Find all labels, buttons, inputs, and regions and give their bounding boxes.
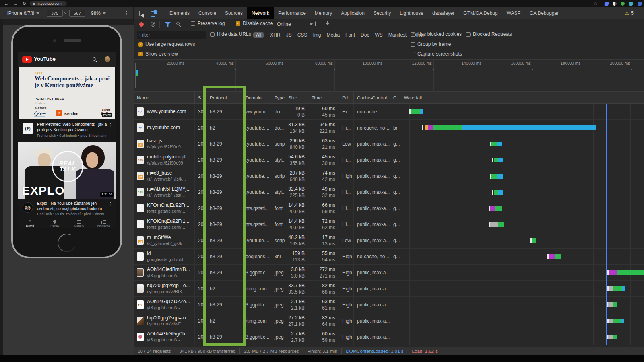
column-header-size[interactable]: Size [285, 92, 308, 103]
extension-icon[interactable] [638, 2, 642, 6]
table-row[interactable]: m=mStfWe/s/_/ytmweb/_/js/k...200h3-29.yo… [134, 232, 644, 249]
type-filter-font[interactable]: Font [345, 32, 355, 38]
tab-console[interactable]: Console [194, 7, 221, 19]
record-button[interactable] [139, 22, 144, 27]
column-header-waterfall[interactable]: Waterfall [400, 92, 644, 103]
type-filter-xhr[interactable]: XHR [270, 32, 280, 38]
video-menu-icon[interactable]: ⋮ [108, 123, 113, 128]
table-row[interactable]: KFOlCnqEu92Fr1...fonts.gstatic.com/...20… [134, 216, 644, 232]
device-select[interactable]: iPhone 6/7/8 [7, 7, 39, 19]
column-header-domain[interactable]: Domain [242, 92, 271, 103]
channel-avatar[interactable]: {F} [23, 123, 33, 134]
type-filter-img[interactable]: Img [313, 32, 321, 38]
column-header-protocol[interactable]: Protocol [206, 92, 242, 103]
tab-gtm-ga-debug[interactable]: GTM/GA Debug [459, 7, 502, 19]
column-header-time[interactable]: Time [308, 92, 339, 103]
zoom-select[interactable]: 98% [91, 7, 106, 19]
table-row[interactable]: idgoogleads.g.doubl...200h3-29oogleads..… [134, 249, 644, 265]
type-filter-ws[interactable]: WS [375, 32, 382, 38]
column-header-type[interactable]: Type [271, 92, 285, 103]
youtube-logo-icon[interactable] [22, 56, 32, 63]
table-row[interactable]: www.youtube.com302h3-29ww.youtu...do...1… [134, 104, 644, 120]
export-har-icon[interactable] [325, 21, 330, 27]
show-overview-checkbox[interactable]: Show overview [138, 51, 178, 57]
bookmark-star-icon[interactable]: ☆ [593, 1, 597, 6]
nav-item-odbry[interactable]: Odběry [67, 218, 91, 228]
clear-icon[interactable] [151, 22, 155, 27]
type-filter-manifest[interactable]: Manifest [388, 32, 407, 38]
avatar[interactable] [105, 56, 110, 62]
tab-memory[interactable]: Memory [310, 7, 336, 19]
hide-data-urls-checkbox[interactable]: Hide data URLs [210, 31, 251, 37]
extension-icon[interactable] [604, 2, 609, 6]
filter-input[interactable] [137, 31, 206, 39]
type-filter-css[interactable]: CSS [297, 32, 308, 38]
video-thumbnail-2[interactable]: REAL TALK EXPLO 1:21:56 [18, 142, 116, 199]
table-row[interactable]: mobile-polymer-pl.../s/player/62f90c9920… [134, 152, 644, 168]
network-overview-timeline[interactable]: 20000 ms40000 ms60000 ms80000 ms100000 m… [134, 60, 644, 92]
device-width-field[interactable] [47, 10, 63, 17]
type-filter-all[interactable]: All [253, 32, 264, 38]
nav-item-dom[interactable]: ⌂Domů [18, 218, 42, 228]
capture-screenshots-checkbox[interactable]: Capture screenshots [411, 51, 462, 57]
table-row[interactable]: rs=ABnK5FLQMYj.../s/_/ytmweb/_/ss/...200… [134, 184, 644, 200]
column-header-name[interactable]: Name [134, 92, 195, 103]
video-thumbnail-1[interactable]: #204 Web Components – jak a proč je v Ke… [19, 67, 115, 119]
has-blocked-cookies-checkbox[interactable]: Has blocked cookies [411, 31, 462, 37]
table-row[interactable]: AOh14GhGt5gCb...yt3.ggpht.com/a-200h3-29… [134, 329, 644, 345]
device-height-field[interactable] [69, 10, 85, 17]
device-menu-icon[interactable]: ⋮ [124, 7, 129, 19]
table-row[interactable]: AOh14Gg1aDZZe...yt3.ggpht.com/a-200h3-29… [134, 297, 644, 313]
type-filter-media[interactable]: Media [326, 32, 340, 38]
column-header-pri[interactable]: Pri... [339, 92, 354, 103]
video-meta-1[interactable]: {F} Petr Petrinec: Web Components - jak … [18, 119, 116, 142]
forward-icon[interactable]: → [14, 0, 18, 7]
table-row[interactable]: m.youtube.com200h2.youtube....do...31.3 … [134, 120, 644, 136]
tab-wasp[interactable]: WASP [502, 7, 525, 19]
table-row[interactable]: hq720.jpg?sqp=-o...i.ytimg.com/vi/BIX...… [134, 281, 644, 297]
overview-handle[interactable] [135, 63, 136, 88]
console-warnings[interactable]: ⚠5 [625, 7, 634, 19]
table-row[interactable]: AOh14GiedBmYB...yt3.ggpht.com/a-200h3-29… [134, 265, 644, 281]
youtube-wordmark[interactable]: YouTube [34, 56, 56, 62]
tab-dataslayer[interactable]: dataslayer [428, 7, 459, 19]
nav-item-knihovna[interactable]: Knihovna [91, 218, 116, 228]
extension-icon[interactable] [629, 2, 633, 6]
inspect-element-icon[interactable] [139, 11, 144, 16]
device-mode-icon[interactable] [151, 10, 157, 16]
extension-icon[interactable] [613, 2, 617, 6]
tab-performance[interactable]: Performance [274, 7, 310, 19]
type-filter-js[interactable]: JS [286, 32, 292, 38]
throttling-select[interactable]: Online [277, 19, 313, 29]
use-large-rows-checkbox[interactable]: Use large request rows [138, 41, 195, 47]
video-meta-2[interactable]: REALTALK Explo - Na YouTube zůstanou jen… [18, 199, 116, 218]
blocked-requests-checkbox[interactable]: Blocked Requests [466, 31, 512, 37]
type-filter-doc[interactable]: Doc [361, 32, 369, 38]
tab-elements[interactable]: Elements [165, 7, 194, 19]
preserve-log-checkbox[interactable]: Preserve log [191, 21, 225, 26]
channel-avatar[interactable]: REALTALK [23, 202, 33, 213]
table-row[interactable]: m=c3_base/s/_/ytmweb/_/js/k...200h3-29.y… [134, 168, 644, 184]
column-header-s[interactable]: S... [195, 92, 206, 103]
filter-icon[interactable] [165, 22, 171, 27]
tab-sources[interactable]: Sources [221, 7, 247, 19]
tab-lighthouse[interactable]: Lighthouse [395, 7, 428, 19]
reload-icon[interactable]: ↻ [23, 0, 26, 7]
search-icon[interactable] [176, 22, 180, 25]
tab-network[interactable]: Network [247, 7, 274, 19]
column-header-c[interactable]: C... [390, 92, 400, 103]
tab-security[interactable]: Security [369, 7, 395, 19]
disable-cache-checkbox[interactable]: Disable cache [236, 21, 273, 26]
import-har-icon[interactable] [313, 21, 318, 27]
tab-application[interactable]: Application [336, 7, 369, 19]
group-by-frame-checkbox[interactable]: Group by frame [411, 41, 451, 47]
table-row[interactable]: KFOmCnqEu92Fr...fonts.gstatic.com/...200… [134, 200, 644, 216]
extension-icon[interactable] [621, 2, 625, 6]
nav-item-trendy[interactable]: Trendy [42, 218, 67, 228]
video-menu-icon[interactable]: ⋮ [108, 202, 113, 207]
address-bar[interactable]: m.youtube.com [30, 1, 67, 6]
table-row[interactable]: hq720.jpg?sqp=-o...i.ytimg.com/vi/wF...2… [134, 313, 644, 329]
back-icon[interactable]: ← [4, 0, 8, 7]
table-row[interactable]: base.js/s/player/62f90c9...200h3-29.yout… [134, 136, 644, 152]
search-icon[interactable] [93, 57, 96, 61]
